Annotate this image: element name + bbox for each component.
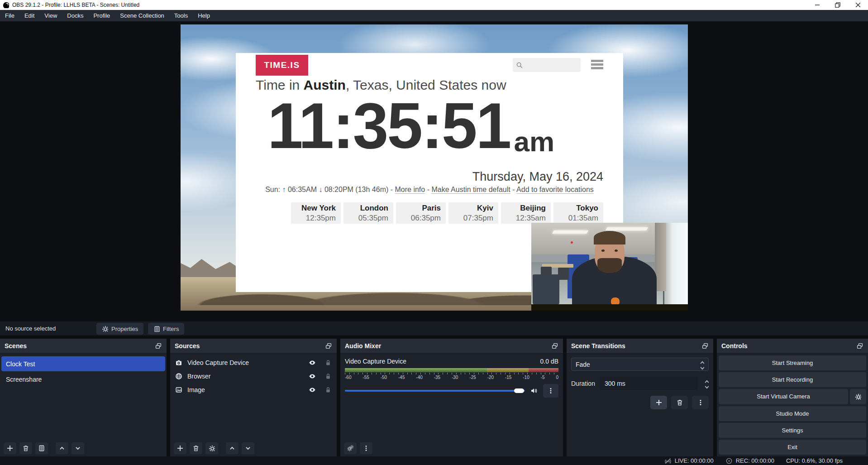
filters-button[interactable]: Filters bbox=[148, 323, 184, 335]
sun-info-line: Sun: ↑ 06:35AM ↓ 08:20PM (13h 46m) - Mor… bbox=[236, 186, 623, 194]
menu-bar: File Edit View Docks Profile Scene Colle… bbox=[0, 10, 868, 21]
mixer-channel-name: Video Capture Device bbox=[345, 358, 406, 365]
city-cell[interactable]: Beijing12:35am bbox=[501, 202, 551, 224]
duration-input[interactable]: 300 ms bbox=[600, 377, 698, 390]
scene-preview[interactable]: TIME.IS Time in Austin, Texas, United St… bbox=[181, 24, 688, 311]
dock-row: Scenes Clock Test Screenshare Sources bbox=[0, 339, 868, 456]
menu-edit[interactable]: Edit bbox=[19, 10, 39, 21]
visibility-eye-icon[interactable] bbox=[309, 373, 316, 380]
move-scene-down-button[interactable] bbox=[72, 442, 84, 454]
popout-icon[interactable] bbox=[325, 342, 332, 350]
move-scene-up-button[interactable] bbox=[56, 442, 68, 454]
volume-slider[interactable] bbox=[345, 390, 525, 392]
mixer-menu-button[interactable] bbox=[360, 442, 372, 454]
properties-button[interactable]: Properties bbox=[96, 323, 143, 335]
spin-down-icon[interactable] bbox=[703, 384, 709, 389]
add-transition-button[interactable] bbox=[650, 396, 667, 409]
menu-scene-collection[interactable]: Scene Collection bbox=[115, 10, 169, 21]
city-cell[interactable]: New York12:35pm bbox=[291, 202, 341, 224]
current-date: Thursday, May 16, 2024 bbox=[472, 170, 603, 184]
gear-icon bbox=[855, 393, 861, 400]
add-scene-button[interactable] bbox=[4, 442, 16, 454]
maximize-button[interactable] bbox=[827, 0, 848, 10]
clock-display: 11:35:51 am bbox=[267, 96, 554, 156]
menu-profile[interactable]: Profile bbox=[88, 10, 115, 21]
visibility-eye-icon[interactable] bbox=[309, 359, 316, 366]
menu-view[interactable]: View bbox=[39, 10, 62, 21]
remove-transition-button[interactable] bbox=[671, 396, 688, 409]
source-item-video-capture[interactable]: Video Capture Device bbox=[170, 356, 337, 369]
lock-icon[interactable] bbox=[324, 373, 332, 380]
lock-icon[interactable] bbox=[324, 386, 332, 393]
remove-source-button[interactable] bbox=[190, 442, 202, 454]
menu-file[interactable]: File bbox=[0, 10, 19, 21]
lock-icon[interactable] bbox=[324, 359, 332, 366]
search-input[interactable] bbox=[513, 58, 581, 72]
popout-icon[interactable] bbox=[155, 342, 162, 350]
webcam-pillar bbox=[655, 223, 666, 291]
popout-icon[interactable] bbox=[701, 342, 709, 350]
window-titlebar: OBS 29.1.2 - Profile: LLHLS BETA - Scene… bbox=[0, 0, 868, 10]
menu-docks[interactable]: Docks bbox=[62, 10, 88, 21]
transition-select[interactable]: Fade bbox=[571, 358, 709, 371]
city-cell[interactable]: Tokyo01:35am bbox=[553, 202, 603, 224]
person-beard bbox=[597, 258, 622, 273]
spin-up-icon[interactable] bbox=[703, 378, 709, 384]
duration-label: Duration bbox=[571, 380, 595, 387]
city-cell[interactable]: Paris06:35pm bbox=[396, 202, 446, 224]
volume-slider-handle[interactable] bbox=[514, 388, 524, 393]
add-source-button[interactable] bbox=[174, 442, 186, 454]
menu-tools[interactable]: Tools bbox=[169, 10, 193, 21]
transition-options-button[interactable] bbox=[692, 396, 709, 409]
foreground-chair bbox=[533, 274, 559, 304]
more-info-link[interactable]: More info bbox=[395, 186, 425, 194]
status-bar: LIVE: 00:00:00 REC: 00:00:00 CPU: 0.6%, … bbox=[0, 456, 868, 465]
visibility-eye-icon[interactable] bbox=[309, 386, 316, 393]
remove-scene-button[interactable] bbox=[19, 442, 32, 454]
record-icon bbox=[725, 457, 733, 465]
kebab-menu-icon bbox=[547, 387, 554, 394]
scenes-list: Clock Test Screenshare bbox=[0, 354, 167, 442]
hamburger-menu-icon[interactable] bbox=[591, 60, 603, 69]
scene-item-screenshare[interactable]: Screenshare bbox=[1, 372, 165, 387]
studio-mode-button[interactable]: Studio Mode bbox=[719, 406, 866, 421]
meter-tick-label: 0 bbox=[556, 375, 558, 380]
mixer-options-button[interactable] bbox=[543, 384, 558, 398]
office-chair bbox=[558, 268, 569, 280]
city-cell[interactable]: Kyiv07:35pm bbox=[448, 202, 498, 224]
meter-tick-label: -10 bbox=[523, 375, 529, 380]
popout-icon[interactable] bbox=[551, 342, 558, 350]
scene-item-clock-test[interactable]: Clock Test bbox=[1, 356, 165, 371]
start-virtual-camera-button[interactable]: Start Virtual Camera bbox=[719, 389, 848, 404]
scene-filters-button[interactable] bbox=[35, 442, 48, 454]
popout-icon[interactable] bbox=[856, 342, 863, 350]
virtual-camera-config-button[interactable] bbox=[850, 389, 866, 404]
start-streaming-button[interactable]: Start Streaming bbox=[719, 355, 866, 370]
minimize-button[interactable] bbox=[807, 0, 827, 10]
add-favorite-link[interactable]: Add to favorite locations bbox=[516, 186, 594, 194]
exit-button[interactable]: Exit bbox=[719, 440, 866, 455]
start-recording-button[interactable]: Start Recording bbox=[719, 372, 866, 387]
gear-icon bbox=[102, 326, 108, 332]
move-source-up-button[interactable] bbox=[226, 442, 238, 454]
sources-panel: Sources Video Capture Device Browser Ima… bbox=[170, 339, 337, 456]
source-item-browser[interactable]: Browser bbox=[170, 369, 337, 383]
rec-status: REC: 00:00:00 bbox=[725, 457, 774, 465]
move-source-down-button[interactable] bbox=[242, 442, 254, 454]
duration-spinner[interactable] bbox=[703, 378, 709, 389]
meter-tick-label: -55 bbox=[362, 375, 369, 380]
source-properties-button[interactable] bbox=[205, 442, 218, 454]
advanced-audio-button[interactable] bbox=[344, 442, 357, 454]
menu-help[interactable]: Help bbox=[193, 10, 215, 21]
live-status: LIVE: 00:00:00 bbox=[664, 457, 714, 465]
timeis-logo[interactable]: TIME.IS bbox=[256, 55, 308, 76]
speaker-icon[interactable] bbox=[530, 387, 538, 394]
meter-tick-label: -30 bbox=[452, 375, 458, 380]
person-eye bbox=[601, 249, 605, 252]
make-default-link[interactable]: Make Austin time default bbox=[431, 186, 510, 194]
source-item-image[interactable]: Image bbox=[170, 383, 337, 397]
close-button[interactable] bbox=[848, 0, 868, 10]
settings-button[interactable]: Settings bbox=[719, 423, 866, 438]
city-cell[interactable]: London05:35pm bbox=[343, 202, 393, 224]
volume-meter bbox=[345, 368, 558, 372]
